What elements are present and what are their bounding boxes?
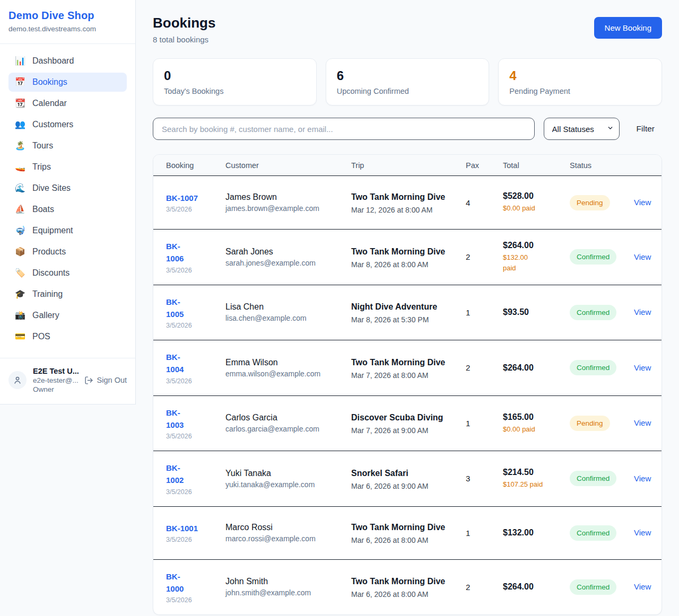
booking-id-link[interactable]: BK- 1004 (166, 351, 225, 376)
booking-id-link[interactable]: BK-1001 (166, 522, 225, 534)
sidebar-item-label: Boats (32, 205, 54, 214)
col-header-booking: Booking (166, 161, 225, 170)
actions-cell: View (634, 307, 651, 317)
sidebar-item-label: Dashboard (32, 56, 74, 66)
sidebar-item[interactable]: 📦 Products (8, 242, 127, 261)
customer-name: Emma Wilson (225, 358, 351, 367)
view-link[interactable]: View (634, 582, 651, 591)
stat-label: Today's Bookings (164, 87, 306, 95)
sidebar-item[interactable]: 💳 POS (8, 327, 127, 346)
sidebar-item[interactable]: ⛵ Boats (8, 200, 127, 219)
filter-button[interactable]: Filter (637, 124, 655, 134)
total-cell: $165.00 $0.00 paid (503, 412, 570, 435)
booking-cell: BK- 1005 3/5/2026 (166, 296, 225, 330)
status-cell: Confirmed (570, 579, 634, 595)
sidebar-item[interactable]: 🚤 Trips (8, 157, 127, 177)
sidebar-item-icon: 🚤 (15, 163, 25, 171)
trip-date: Mar 6, 2026 at 9:00 AM (351, 482, 466, 490)
sidebar-item-icon: 🎓 (15, 290, 25, 298)
trip-name: Discover Scuba Diving (351, 411, 452, 424)
sidebar-item[interactable]: 📸 Gallery (8, 306, 127, 325)
sidebar-item[interactable]: 📅 Bookings (8, 73, 127, 92)
total-cell: $214.50 $107.25 paid (503, 468, 570, 490)
col-header-customer: Customer (225, 161, 351, 170)
sign-out-button[interactable]: Sign Out (84, 376, 127, 385)
booking-id-link[interactable]: BK- 1000 (166, 570, 225, 595)
user-icon (13, 375, 22, 385)
sidebar-item-label: Products (32, 247, 66, 257)
customer-email: emma.wilson@example.com (225, 369, 351, 378)
customer-email: james.brown@example.com (225, 204, 351, 213)
total-cell: $264.00 (503, 363, 570, 373)
new-booking-button[interactable]: New Booking (594, 17, 662, 39)
view-link[interactable]: View (634, 252, 651, 261)
table-row: BK- 1004 3/5/2026 Emma Wilson emma.wilso… (153, 340, 661, 395)
table-row: BK-1007 3/5/2026 James Brown james.brown… (153, 176, 661, 229)
status-select-wrap: All Statuses (544, 118, 620, 140)
booking-date: 3/5/2026 (166, 433, 225, 440)
status-badge: Confirmed (570, 525, 616, 541)
sidebar-item[interactable]: 📊 Dashboard (8, 51, 127, 71)
sidebar-item[interactable]: 👥 Customers (8, 115, 127, 134)
booking-id-link[interactable]: BK- 1005 (166, 296, 225, 321)
sidebar-item-icon: 👥 (15, 120, 25, 129)
stat-label: Upcoming Confirmed (337, 87, 478, 95)
trip-cell: Night Dive Adventure Mar 8, 2026 at 5:30… (351, 301, 466, 324)
status-badge: Confirmed (570, 360, 616, 375)
sidebar-item-icon: ⛵ (15, 205, 25, 214)
view-link[interactable]: View (634, 474, 651, 483)
view-link[interactable]: View (634, 307, 651, 316)
customer-email: yuki.tanaka@example.com (225, 480, 351, 489)
trip-cell: Two Tank Morning Dive Mar 6, 2026 at 8:0… (351, 521, 466, 544)
stat-value: 6 (337, 68, 478, 83)
sidebar-item-label: Training (32, 289, 63, 299)
table-row: BK- 1003 3/5/2026 Carlos Garcia carlos.g… (153, 395, 661, 451)
sidebar-item[interactable]: 🏝️ Tours (8, 136, 127, 155)
sidebar-item[interactable]: 🎓 Training (8, 285, 127, 304)
status-cell: Confirmed (570, 525, 634, 541)
shop-domain: demo.test.divestreams.com (8, 25, 127, 33)
view-link[interactable]: View (634, 528, 651, 537)
main-content: Bookings 8 total bookings New Booking 0 … (136, 0, 679, 616)
booking-id-link[interactable]: BK- 1006 (166, 240, 225, 265)
customer-name: Yuki Tanaka (225, 469, 351, 478)
stats-cards: 0 Today's Bookings 6 Upcoming Confirmed … (153, 58, 662, 105)
customer-email: carlos.garcia@example.com (225, 425, 351, 433)
trip-cell: Two Tank Morning Dive Mar 8, 2026 at 8:0… (351, 245, 466, 269)
sidebar-item-label: Discounts (32, 268, 69, 278)
sidebar-item-label: Trips (32, 162, 51, 172)
table-row: BK- 1000 3/5/2026 John Smith john.smith@… (153, 559, 661, 615)
status-badge: Pending (570, 416, 610, 431)
sidebar-item[interactable]: 🌊 Dive Sites (8, 179, 127, 198)
user-email: e2e-tester@... (33, 376, 78, 384)
sidebar-item[interactable]: 📆 Calendar (8, 94, 127, 113)
sidebar: Demo Dive Shop demo.test.divestreams.com… (0, 0, 136, 404)
customer-email: john.smith@example.com (225, 588, 351, 597)
trip-name: Two Tank Morning Dive (351, 521, 452, 534)
col-header-trip: Trip (351, 161, 466, 170)
trip-cell: Two Tank Morning Dive Mar 7, 2026 at 8:0… (351, 356, 466, 380)
sidebar-item-label: Bookings (32, 77, 67, 87)
booking-date: 3/5/2026 (166, 536, 225, 543)
pax-cell: 1 (466, 308, 503, 317)
paid-amount: $107.25 paid (503, 479, 552, 490)
view-link[interactable]: View (634, 198, 651, 207)
trip-date: Mar 7, 2026 at 9:00 AM (351, 426, 466, 435)
search-input[interactable] (153, 118, 535, 140)
shop-name: Demo Dive Shop (8, 10, 127, 22)
trip-name: Two Tank Morning Dive (351, 191, 452, 204)
view-link[interactable]: View (634, 418, 651, 427)
booking-id-link[interactable]: BK- 1002 (166, 462, 225, 487)
actions-cell: View (634, 363, 651, 373)
booking-date: 3/5/2026 (166, 596, 225, 604)
sidebar-item-label: Dive Sites (32, 183, 71, 193)
total-amount: $165.00 (503, 412, 570, 422)
view-link[interactable]: View (634, 363, 651, 372)
sidebar-item[interactable]: 🏷️ Discounts (8, 263, 127, 283)
booking-id-link[interactable]: BK- 1003 (166, 407, 225, 432)
booking-cell: BK-1001 3/5/2026 (166, 522, 225, 543)
sidebar-item[interactable]: 🤿 Equipment (8, 221, 127, 240)
status-select[interactable]: All Statuses (544, 118, 620, 140)
booking-cell: BK-1007 3/5/2026 (166, 192, 225, 213)
booking-id-link[interactable]: BK-1007 (166, 192, 225, 204)
